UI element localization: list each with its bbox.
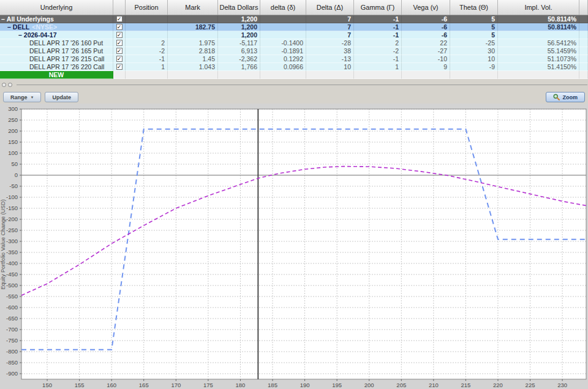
cell-vega: -10 (402, 55, 450, 63)
table-row[interactable]: DELL APR 17 '26 160 Put✓21.975-5,117-0.1… (0, 39, 588, 47)
table-row[interactable]: DELL APR 17 '26 220 Call✓11.0431,7660.09… (0, 63, 588, 71)
y-axis-title: Equity Portfolio Value Change (USD) (0, 200, 6, 290)
cell-impl-vol: 55.1459% (498, 47, 579, 55)
cell-gamma: -1 (354, 55, 402, 63)
y-tick-label: 300 (8, 105, 18, 112)
tree-collapse-icon[interactable]: – (7, 23, 11, 31)
zoom-button[interactable]: Zoom (546, 92, 586, 102)
column-header-theta[interactable]: Theta (Θ) (450, 0, 498, 15)
column-header-mark[interactable]: Mark (168, 0, 218, 15)
x-tick-label: 165 (139, 382, 149, 388)
column-header-vega[interactable]: Vega (v) (402, 0, 450, 15)
y-tick-label: 150 (8, 138, 18, 145)
cell-delta-dollars: -2,362 (218, 55, 260, 63)
cell-impl-vol: 50.8114% (498, 15, 579, 23)
cell-gamma: -1 (354, 23, 402, 31)
new-row-button[interactable]: NEW (0, 71, 113, 79)
update-button[interactable]: Update (45, 92, 78, 102)
row-checkbox[interactable]: ✓ (116, 48, 123, 54)
table-row[interactable]: DELL APR 17 '26 215 Call✓-11.45-2,3620.1… (0, 55, 588, 63)
magnifier-icon (553, 94, 560, 100)
x-tick-label: 225 (526, 382, 535, 388)
cell-delta: 38 (306, 47, 354, 55)
row-checkbox[interactable]: ✓ (116, 32, 123, 38)
underlying-cell: –DELL<NYSE> (0, 23, 113, 31)
x-tick-label: 170 (171, 382, 181, 388)
cell-mark (168, 15, 218, 23)
cell-impl-vol (498, 31, 579, 39)
zoom-button-label: Zoom (563, 94, 578, 100)
column-header-delta-small[interactable]: delta (δ) (260, 0, 306, 15)
underlying-label: All Underlyings (7, 15, 54, 23)
column-header-position[interactable]: Position (126, 0, 168, 15)
y-tick-label: -650 (6, 315, 18, 322)
table-row[interactable]: DELL APR 17 '26 165 Put✓-22.8186,913-0.1… (0, 47, 588, 55)
underlying-label: DELL APR 17 '26 220 Call (29, 63, 104, 70)
cell-delta-small: -0.1400 (260, 39, 306, 47)
table-row[interactable]: –All Underlyings✓1,2007-1-6550.8114% (0, 15, 588, 23)
cell-theta: 5 (450, 23, 498, 31)
tree-collapse-icon[interactable]: – (1, 15, 5, 23)
cell-delta: 7 (306, 15, 354, 23)
checkbox-cell: ✓ (113, 31, 126, 39)
cell-vega: -6 (402, 23, 450, 31)
cell-impl-vol: 50.8114% (498, 23, 579, 31)
cell-mark: 1.043 (168, 63, 218, 71)
table-row[interactable]: –DELL<NYSE>✓182.751,2007-1-6550.8114% (0, 23, 588, 31)
cell-theta: -9 (450, 63, 498, 71)
row-end-spacer (579, 55, 588, 63)
cell-position: 2 (126, 39, 168, 47)
underlying-cell: –2026-04-17 (0, 31, 113, 39)
panel-splitter[interactable] (0, 79, 588, 91)
column-header-impl-vol[interactable]: Impl. Vol. (498, 0, 579, 15)
y-tick-label: 50 (11, 161, 18, 167)
cell-delta (306, 71, 354, 79)
cell-gamma: -1 (354, 15, 402, 23)
y-tick-label: -550 (6, 293, 18, 300)
splitter-collapse-up-icon[interactable] (2, 83, 6, 87)
row-end-spacer (579, 47, 588, 55)
cell-delta-small (260, 23, 306, 31)
checkbox-cell: ✓ (113, 63, 126, 71)
tree-collapse-icon[interactable]: – (18, 31, 22, 39)
cell-mark (168, 71, 218, 79)
cell-vega: -6 (402, 15, 450, 23)
row-checkbox[interactable]: ✓ (116, 24, 123, 30)
column-header-delta-dollars[interactable]: Delta Dollars (218, 0, 260, 15)
column-header-gamma[interactable]: Gamma (Γ) (354, 0, 402, 15)
underlying-label: 2026-04-17 (24, 31, 57, 39)
x-tick-label: 200 (364, 382, 374, 388)
new-position-row[interactable]: NEW (0, 71, 588, 79)
splitter-collapse-down-icon[interactable] (8, 83, 12, 87)
column-header-checkbox[interactable] (113, 0, 126, 15)
cell-position (126, 31, 168, 39)
column-header-delta[interactable]: Delta (Δ) (306, 0, 354, 15)
cell-delta-dollars (218, 71, 260, 79)
row-end-spacer (579, 71, 588, 79)
underlying-label: DELL APR 17 '26 160 Put (29, 39, 103, 47)
x-tick-label: 180 (236, 382, 246, 388)
cell-delta: -13 (306, 55, 354, 63)
column-header-underlying[interactable]: Underlying (0, 0, 113, 15)
cell-delta: 7 (306, 31, 354, 39)
cell-delta-small (260, 31, 306, 39)
cell-mark: 1.975 (168, 39, 218, 47)
x-tick-label: 185 (268, 382, 277, 388)
row-checkbox[interactable]: ✓ (116, 64, 123, 70)
checkbox-cell: ✓ (113, 47, 126, 55)
y-tick-label: -300 (6, 238, 18, 244)
y-tick-label: 250 (8, 116, 18, 123)
row-checkbox[interactable]: ✓ (116, 16, 123, 22)
row-checkbox[interactable]: ✓ (116, 40, 123, 46)
underlying-cell: DELL APR 17 '26 215 Call (0, 55, 113, 63)
table-row[interactable]: –2026-04-17✓1,2007-1-65 (0, 31, 588, 39)
row-checkbox[interactable]: ✓ (116, 56, 123, 62)
range-button-label: Range (10, 94, 28, 100)
cell-delta: 10 (306, 63, 354, 71)
underlying-label: DELL (13, 23, 29, 31)
range-button[interactable]: Range ▼ (3, 92, 41, 102)
y-tick-label: -850 (6, 359, 18, 366)
pnl-chart[interactable]: 1501551601651701751801851901952002052102… (0, 104, 588, 389)
cell-delta-dollars: 1,200 (218, 15, 260, 23)
cell-impl-vol: 56.5412% (498, 39, 579, 47)
